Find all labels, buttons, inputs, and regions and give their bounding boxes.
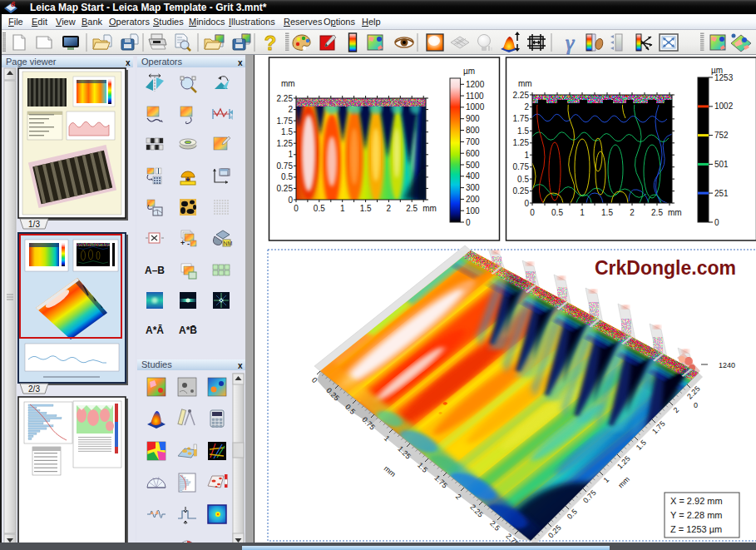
svg-text:Y = 2.28 mm: Y = 2.28 mm xyxy=(670,510,722,520)
svg-text:0: 0 xyxy=(530,208,535,217)
svg-text:0: 0 xyxy=(294,204,299,213)
svg-text:x: x xyxy=(238,361,243,370)
svg-text:2: 2 xyxy=(524,102,529,111)
svg-text:1.5: 1.5 xyxy=(517,126,529,136)
svg-text:Studies: Studies xyxy=(141,359,172,369)
svg-text:501: 501 xyxy=(714,160,729,169)
svg-text:0: 0 xyxy=(466,218,471,227)
svg-text:400: 400 xyxy=(466,171,480,181)
svg-text:900: 900 xyxy=(466,114,480,123)
svg-text:1240: 1240 xyxy=(719,361,735,369)
svg-text:200: 200 xyxy=(466,195,480,204)
svg-text:0.25: 0.25 xyxy=(513,186,530,196)
svg-text:1: 1 xyxy=(288,150,293,159)
svg-text:1.5: 1.5 xyxy=(360,204,372,213)
svg-text:752: 752 xyxy=(714,131,729,140)
svg-text:A–B: A–B xyxy=(145,265,165,276)
svg-text:1100: 1100 xyxy=(466,92,484,101)
svg-text:A*Ā: A*Ā xyxy=(146,325,164,336)
svg-text:0.5: 0.5 xyxy=(314,204,325,213)
svg-text:1/3: 1/3 xyxy=(28,220,40,229)
svg-text:100: 100 xyxy=(466,206,480,216)
svg-text:mm: mm xyxy=(668,208,682,217)
svg-text:NM: NM xyxy=(224,240,233,246)
svg-text:0.75: 0.75 xyxy=(513,162,530,171)
svg-text:0: 0 xyxy=(288,196,293,205)
svg-text:µm: µm xyxy=(463,67,475,76)
svg-text:mm: mm xyxy=(422,204,437,213)
svg-text:251: 251 xyxy=(714,189,729,198)
svg-text:2/3: 2/3 xyxy=(28,384,40,394)
svg-text:1.75: 1.75 xyxy=(277,116,294,126)
svg-text:1.5: 1.5 xyxy=(601,208,613,217)
svg-text:X = 2.92 mm: X = 2.92 mm xyxy=(670,496,723,506)
svg-text:Operators: Operators xyxy=(141,57,182,67)
svg-text:0.25: 0.25 xyxy=(277,184,294,193)
svg-text:0: 0 xyxy=(714,218,719,227)
svg-text:1.25: 1.25 xyxy=(277,139,294,148)
svg-text:600: 600 xyxy=(466,149,480,158)
svg-text:1.25: 1.25 xyxy=(513,138,530,147)
svg-text:A*B̄: A*B̄ xyxy=(179,325,197,336)
svg-text:0.5: 0.5 xyxy=(551,208,563,217)
svg-text:2.25: 2.25 xyxy=(277,94,294,103)
svg-text:2: 2 xyxy=(630,208,635,217)
svg-text:1253: 1253 xyxy=(714,73,734,82)
svg-text:x: x xyxy=(238,58,243,67)
svg-text:?: ? xyxy=(264,32,277,54)
svg-text:300: 300 xyxy=(466,183,480,192)
svg-text:2: 2 xyxy=(387,204,392,213)
svg-text:1: 1 xyxy=(340,204,345,213)
svg-text:500: 500 xyxy=(466,161,480,170)
svg-text:+: + xyxy=(180,239,185,247)
svg-text:1.5: 1.5 xyxy=(281,127,293,136)
svg-text:mm: mm xyxy=(281,79,295,88)
svg-text:1000: 1000 xyxy=(466,102,485,111)
svg-text:0.5: 0.5 xyxy=(281,172,293,181)
svg-text:2: 2 xyxy=(288,105,293,114)
svg-text:800: 800 xyxy=(466,126,480,135)
svg-text:700: 700 xyxy=(466,137,480,146)
svg-text:1200: 1200 xyxy=(466,80,485,89)
svg-text:0: 0 xyxy=(524,199,529,208)
svg-text:1.75: 1.75 xyxy=(513,114,530,123)
svg-text:CrkDongle.com: CrkDongle.com xyxy=(595,257,736,279)
svg-text:1: 1 xyxy=(524,151,529,160)
svg-text:2.25: 2.25 xyxy=(513,91,530,100)
svg-text:2.5: 2.5 xyxy=(651,208,663,217)
svg-text:1002: 1002 xyxy=(714,102,734,111)
svg-text:γ: γ xyxy=(566,31,575,55)
svg-text:0.5: 0.5 xyxy=(517,175,529,184)
svg-text:1: 1 xyxy=(580,208,585,217)
svg-text:mm: mm xyxy=(518,79,532,88)
svg-text:0: 0 xyxy=(694,401,698,409)
svg-text:-: - xyxy=(187,240,190,248)
svg-text:0.75: 0.75 xyxy=(277,161,294,171)
svg-text:2.5: 2.5 xyxy=(406,204,418,213)
svg-text:Z = 1253 µm: Z = 1253 µm xyxy=(670,524,722,534)
